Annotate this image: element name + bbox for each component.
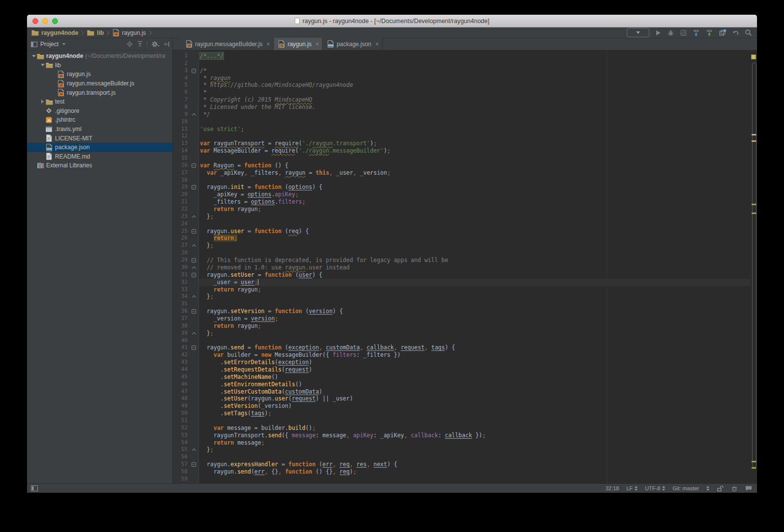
code-line[interactable]: 13var raygunTransport = require('./raygu… [173,140,751,147]
code-line[interactable]: 1/*...*/ [173,53,751,60]
code-line[interactable]: 34 }; [173,293,751,300]
vcs-update-button[interactable]: VCS [692,29,700,37]
code-line[interactable]: 3/* [173,67,751,75]
code-line[interactable]: 50 .setTags(tags); [173,410,751,417]
tree-item[interactable]: .travis.yml [27,125,172,134]
code-line[interactable]: 14var MessageBuilder = require('./raygun… [173,147,751,155]
code-line[interactable]: 18 [173,177,751,184]
code-line[interactable]: 32 _user = user; [173,279,751,286]
project-tree[interactable]: raygun4node(~/Documents/Development/rali… [27,51,173,483]
fold-open-icon[interactable] [189,162,199,169]
code-line[interactable]: 31 raygun.setUser = function (user) { [173,271,751,279]
vcs-push-button[interactable]: VCS [705,29,713,37]
code-line[interactable]: 36 raygun.setVersion = function (version… [173,308,751,315]
code-line[interactable]: 46 .setEnvironmentDetails() [173,381,751,388]
code-line[interactable]: 57 raygun.expressHandler = function (err… [173,461,751,468]
code-line[interactable]: 48 .setUser(raygun.user(request) || _use… [173,395,751,402]
code-line[interactable]: 58 raygun.send(err, {}, function () {}, … [173,468,751,476]
editor-tab[interactable]: JSraygun.messageBuilder.js× [181,38,274,50]
editor-scrollbar[interactable] [751,51,757,483]
fold-end-icon[interactable] [189,111,199,118]
inspections-profile-icon[interactable] [731,485,738,492]
tree-item[interactable]: JSraygun.messageBuilder.js [27,79,172,88]
fold-end-icon[interactable] [189,264,199,271]
fold-open-icon[interactable] [189,228,199,235]
fold-open-icon[interactable] [189,308,199,315]
lock-icon[interactable] [717,485,724,492]
tree-item[interactable]: JSraygun.js [27,70,172,79]
code-line[interactable]: 5 * https://github.com/MindscapeHQ/raygu… [173,81,751,89]
code-line[interactable]: 55 }; [173,446,751,453]
debug-button[interactable] [667,29,674,36]
code-line[interactable]: 35 [173,300,751,308]
code-line[interactable]: 49 .setVersion(_version) [173,402,751,410]
tree-item[interactable]: README.md [27,152,172,161]
vcs-branch[interactable]: Git: master [672,485,699,491]
tree-item[interactable]: JSONpackage.json [27,143,172,152]
code-line[interactable]: 43 .setErrorDetails(exception) [173,359,751,366]
close-icon[interactable]: × [375,41,379,48]
tree-item[interactable]: LICENSE-MIT [27,133,172,143]
code-line[interactable]: 52 var message = builder.build(); [173,425,751,432]
fold-end-icon[interactable] [189,446,199,453]
fold-open-icon[interactable] [189,461,199,468]
code-line[interactable]: 10 [173,118,751,126]
tree-item[interactable]: JSraygun.transport.js [27,88,172,97]
code-line[interactable]: 25 raygun.user = function (req) { [173,228,751,235]
fold-end-icon[interactable] [189,213,199,220]
chevron-right-icon[interactable] [39,100,46,104]
code-line[interactable]: 41 raygun.send = function (exception, cu… [173,344,751,351]
tree-item[interactable]: raygun4node(~/Documents/Development/ra [27,52,172,61]
coverage-button[interactable] [680,29,687,36]
code-line[interactable]: 7 * Copyright (c) 2015 MindscapeHQ [173,96,751,104]
notifications-icon[interactable] [745,485,752,491]
editor-tab[interactable]: JSraygun.js× [274,38,323,50]
file-encoding[interactable]: UTF-8 [645,485,665,491]
chevron-down-icon[interactable] [39,64,46,66]
code-line[interactable]: 19 raygun.init = function (options) { [173,184,751,191]
tree-item[interactable]: JS.jshintrc [27,115,172,125]
code-line[interactable]: 44 .setRequestDetails(request) [173,366,751,373]
collapse-all-icon[interactable] [137,41,143,48]
title-bar[interactable]: raygun.js - raygun4node - [~/Documents/D… [27,15,757,27]
local-changes-button[interactable] [719,29,727,36]
code-line[interactable]: 53 raygunTransport.send({ message: messa… [173,432,751,439]
code-line[interactable]: 59 [173,476,751,483]
code-line[interactable]: 38 return raygun; [173,322,751,330]
rollback-button[interactable] [732,29,739,36]
tree-item[interactable]: test [27,97,172,106]
code-line[interactable]: 30 // removed in 1.0: use raygun.user in… [173,264,751,271]
code-line[interactable]: 20 _apiKey = options.apiKey; [173,191,751,198]
locate-icon[interactable] [126,41,133,48]
code-line[interactable]: 17 var _apiKey, _filters, raygun = this,… [173,169,751,177]
editor-tab[interactable]: JSONpackage.json× [323,38,383,50]
run-config-selector[interactable] [627,28,649,37]
tree-item[interactable]: External Libraries [27,161,172,170]
code-line[interactable]: 24 [173,220,751,228]
code-line[interactable]: 42 var builder = new MessageBuilder({ fi… [173,351,751,359]
hide-panel-icon[interactable] [164,41,169,47]
toolwindow-toggle-icon[interactable] [31,485,38,491]
breadcrumb-item[interactable]: JSraygun.js [112,29,146,36]
code-line[interactable]: 21 _filters = options.filters; [173,198,751,206]
code-line[interactable]: 8 * Licensed under the MIT license. [173,104,751,111]
fold-open-icon[interactable] [189,67,199,75]
fold-end-icon[interactable] [189,293,199,300]
code-line[interactable]: 37 _version = version; [173,315,751,322]
tree-item[interactable]: .gitignore [27,106,172,116]
code-line[interactable]: 26 return; [173,235,751,242]
code-line[interactable]: 33 return raygun; [173,286,751,293]
run-button[interactable] [655,29,662,36]
code-line[interactable]: 15 [173,155,751,162]
chevron-down-icon[interactable] [62,43,65,45]
code-line[interactable]: 11'use strict'; [173,126,751,133]
breadcrumb-item[interactable]: raygun4node [31,29,78,36]
code-line[interactable]: 16var Raygun = function () { [173,162,751,169]
caret-position[interactable]: 32:18 [606,485,619,491]
code-line[interactable]: 23 }; [173,213,751,220]
code-line[interactable]: 45 .setMachineName() [173,373,751,381]
close-button[interactable] [32,18,38,24]
inspection-indicator[interactable] [751,54,756,59]
code-line[interactable]: 54 return message; [173,439,751,447]
updown-widget[interactable] [706,486,709,491]
